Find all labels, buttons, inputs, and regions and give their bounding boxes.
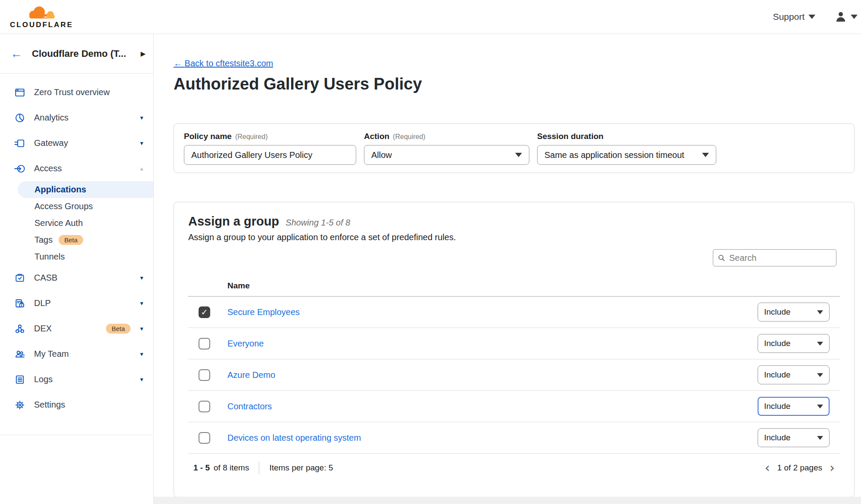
row-checkbox[interactable] — [199, 338, 210, 349]
sidebar: ← Cloudflare Demo (T... ▶ Zero Trust ove… — [0, 34, 154, 504]
analytics-icon — [14, 112, 25, 124]
chevron-down-icon: ▼ — [139, 326, 147, 332]
sidebar-item-access[interactable]: Access ▲ — [0, 156, 153, 181]
chevron-down-icon: ▼ — [139, 115, 147, 121]
main-content: ← Back to cftestsite3.com Authorized Gal… — [154, 34, 861, 504]
chevron-down-icon — [817, 310, 823, 314]
policy-name-label: Policy name — [184, 132, 232, 141]
support-menu[interactable]: Support — [773, 12, 815, 22]
groups-table: Name Secure Employees Include Everyone I… — [188, 277, 840, 482]
session-duration-label: Session duration — [537, 132, 603, 141]
page-indicator: 1 of 2 pages — [777, 463, 822, 473]
row-checkbox[interactable] — [199, 401, 210, 412]
group-link[interactable]: Secure Employees — [227, 307, 300, 317]
sidebar-divider — [0, 435, 153, 435]
include-dropdown[interactable]: Include — [758, 397, 830, 416]
beta-badge: Beta — [106, 324, 131, 334]
pagination-divider — [259, 461, 259, 474]
include-dropdown[interactable]: Include — [758, 334, 830, 353]
row-checkbox[interactable] — [199, 306, 210, 318]
chevron-down-icon: ▼ — [139, 300, 147, 306]
gateway-icon — [14, 138, 25, 149]
page-background-strip — [154, 497, 861, 504]
include-dropdown[interactable]: Include — [758, 428, 830, 447]
sidebar-item-logs[interactable]: Logs ▼ — [0, 367, 153, 392]
items-per-page[interactable]: Items per page: 5 — [269, 463, 333, 473]
required-hint: (Required) — [393, 133, 426, 141]
dex-icon — [14, 323, 25, 334]
settings-gear-icon — [14, 399, 25, 411]
sidebar-item-applications[interactable]: Applications — [18, 181, 153, 198]
policy-name-input[interactable] — [184, 145, 356, 165]
sidebar-item-dlp[interactable]: DLP ▼ — [0, 291, 153, 316]
sidebar-item-service-auth[interactable]: Service Auth — [0, 215, 153, 232]
prev-page-icon[interactable]: ‹ — [765, 461, 770, 474]
chevron-down-icon — [817, 373, 823, 377]
group-link[interactable]: Devices on latest operating system — [227, 433, 361, 443]
pagination-total: of 8 items — [214, 463, 249, 473]
group-search-box[interactable] — [713, 249, 836, 266]
next-page-icon[interactable]: › — [830, 461, 835, 474]
include-dropdown[interactable]: Include — [758, 303, 830, 322]
action-label: Action — [364, 132, 389, 141]
chevron-up-icon: ▲ — [139, 166, 147, 172]
chevron-down-icon: ▼ — [139, 377, 147, 383]
session-duration-select[interactable]: Same as application session timeout — [537, 145, 716, 165]
account-name: Cloudflare Demo (T... — [32, 48, 131, 59]
sidebar-item-zero-trust-overview[interactable]: Zero Trust overview — [0, 80, 153, 105]
overview-icon — [14, 87, 25, 98]
user-menu[interactable] — [834, 10, 858, 23]
chevron-down-icon — [808, 15, 815, 19]
name-column-header: Name — [188, 277, 840, 297]
sidebar-item-tags[interactable]: Tags Beta — [0, 232, 153, 248]
team-icon — [14, 349, 25, 360]
dlp-icon — [14, 298, 25, 309]
cloudflare-logo: CLOUDFLARE — [10, 5, 73, 29]
include-dropdown[interactable]: Include — [758, 365, 830, 384]
search-icon — [718, 254, 725, 262]
sidebar-item-casb[interactable]: CASB ▼ — [0, 265, 153, 291]
casb-icon — [14, 272, 25, 284]
sidebar-item-gateway[interactable]: Gateway ▼ — [0, 130, 153, 156]
group-link[interactable]: Contractors — [227, 402, 272, 411]
action-select[interactable]: Allow — [364, 145, 529, 165]
row-checkbox[interactable] — [199, 369, 210, 381]
sidebar-item-dex[interactable]: DEX Beta ▼ — [0, 316, 153, 341]
showing-count: Showing 1-5 of 8 — [286, 218, 350, 228]
chevron-down-icon — [851, 15, 858, 19]
sidebar-item-my-team[interactable]: My Team ▼ — [0, 341, 153, 367]
sidebar-item-analytics[interactable]: Analytics ▼ — [0, 105, 153, 130]
assign-group-card: Assign a group Showing 1-5 of 8 Assign a… — [174, 202, 855, 497]
account-switcher[interactable]: ← Cloudflare Demo (T... ▶ — [0, 34, 153, 74]
chevron-down-icon — [817, 342, 823, 346]
assign-group-description: Assign a group to your application to en… — [188, 232, 840, 242]
sidebar-item-settings[interactable]: Settings — [0, 392, 153, 417]
page-title: Authorized Gallery Users Policy — [174, 74, 855, 94]
sidebar-item-access-groups[interactable]: Access Groups — [0, 198, 153, 215]
row-checkbox[interactable] — [199, 432, 210, 444]
sidebar-item-tunnels[interactable]: Tunnels — [0, 248, 153, 265]
top-bar: CLOUDFLARE Support — [0, 0, 861, 34]
group-link[interactable]: Everyone — [227, 339, 264, 349]
back-to-site-link[interactable]: ← Back to cftestsite3.com — [174, 59, 273, 68]
table-row-secure-employees: Secure Employees Include — [188, 297, 840, 328]
group-link[interactable]: Azure Demo — [227, 370, 275, 380]
chevron-down-icon — [515, 153, 522, 157]
access-icon — [14, 163, 25, 174]
logs-icon — [14, 374, 25, 385]
search-input[interactable] — [729, 253, 832, 263]
table-row-azure-demo: Azure Demo Include — [188, 359, 840, 391]
cloudflare-wordmark: CLOUDFLARE — [10, 21, 73, 29]
support-label: Support — [773, 12, 805, 22]
table-row-contractors: Contractors Include — [188, 391, 840, 422]
chevron-down-icon: ▼ — [139, 140, 147, 146]
policy-form-card: Policy name(Required) Action(Required) A… — [174, 124, 855, 173]
pagination: 1 - 5 of 8 items Items per page: 5 ‹ 1 o… — [188, 454, 840, 482]
user-icon — [834, 10, 847, 23]
chevron-down-icon — [817, 405, 823, 408]
cloudflare-cloud-icon — [23, 5, 61, 20]
assign-group-heading: Assign a group — [188, 213, 279, 229]
back-arrow-icon[interactable]: ← — [10, 48, 22, 60]
chevron-right-icon: ▶ — [140, 50, 146, 58]
chevron-down-icon — [817, 436, 823, 440]
